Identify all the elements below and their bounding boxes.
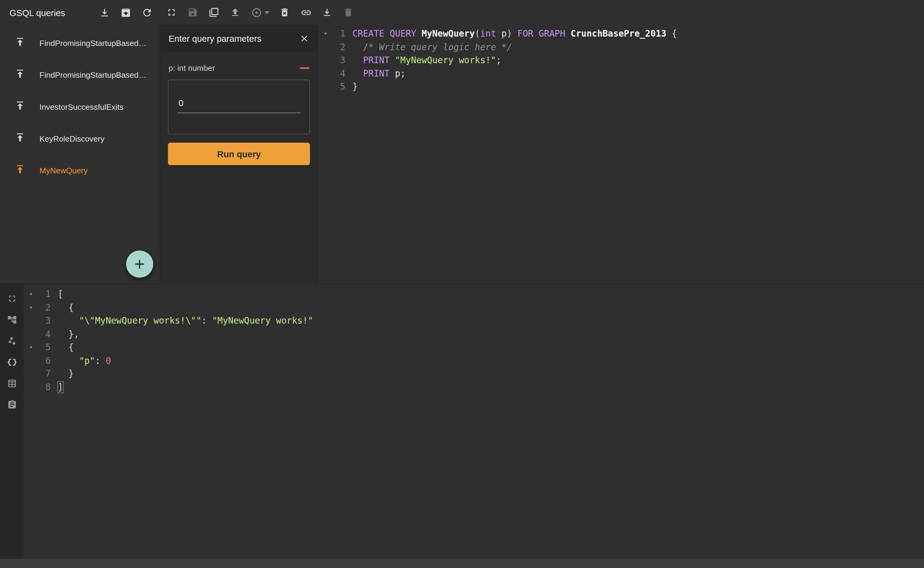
editor-toolbar (160, 0, 924, 25)
param-row: p: int number (169, 63, 309, 72)
line-number: 2 (333, 41, 345, 54)
link-icon (300, 7, 311, 18)
fold-arrow-icon[interactable]: ▾ (24, 341, 38, 354)
fold-arrow-icon[interactable]: ▾ (24, 288, 38, 301)
install-query-icon (15, 68, 26, 82)
cluster-view-icon (7, 336, 17, 346)
code-line: ▾5 { (24, 341, 924, 354)
code-text: /* Write query logic here */ (345, 41, 512, 54)
save-icon (187, 7, 198, 18)
install-query-button[interactable] (225, 2, 246, 23)
line-number: 2 (38, 301, 51, 314)
share-link-button[interactable] (295, 2, 316, 23)
download-all-button[interactable] (99, 7, 110, 18)
line-number: 7 (38, 367, 51, 381)
fold-arrow-icon[interactable]: ▾ (24, 301, 38, 314)
save-button[interactable] (182, 2, 203, 23)
query-list-item[interactable]: FindPromisingStartupBased… (0, 27, 160, 59)
code-line: 6 "p": 0 (24, 354, 924, 367)
close-params-button[interactable] (299, 33, 309, 43)
install-query-icon (15, 132, 26, 145)
remove-param-icon[interactable] (300, 67, 309, 69)
line-number: 5 (38, 341, 51, 354)
fullscreen-icon (166, 7, 177, 18)
refresh-icon (142, 7, 153, 18)
fold-arrow-icon (24, 367, 38, 381)
query-sidebar: GSQL queries FindPromisingStartupBased… (0, 0, 160, 283)
log-view-button[interactable] (1, 394, 23, 415)
line-number: 5 (333, 80, 345, 94)
code-line: ▾2 { (24, 301, 924, 314)
table-view-icon (7, 378, 17, 388)
gsql-query-page: GSQL queries FindPromisingStartupBased… (0, 0, 924, 568)
json-view-icon (7, 357, 17, 367)
cluster-view-button[interactable] (1, 330, 23, 351)
line-number: 6 (38, 354, 51, 367)
graph-view-button[interactable] (1, 309, 23, 330)
code-text: [ (51, 288, 63, 301)
code-line: 4 PRINT p; (318, 67, 924, 80)
fold-arrow-icon (318, 80, 333, 94)
param-value-input[interactable] (178, 95, 300, 113)
code-line: 3 PRINT "MyNewQuery works!"; (318, 54, 924, 67)
fold-arrow-icon (24, 314, 38, 328)
json-view-button[interactable] (1, 352, 23, 373)
sidebar-title: GSQL queries (9, 7, 99, 17)
table-view-button[interactable] (1, 373, 23, 394)
install-query-icon (15, 36, 26, 50)
fold-arrow-icon (318, 54, 333, 67)
query-list: FindPromisingStartupBased… FindPromising… (0, 25, 160, 186)
query-results-json-viewer[interactable]: ▾1[▾2 {3 "\"MyNewQuery works!\"": "MyNew… (24, 283, 924, 559)
fold-arrow-icon (24, 328, 38, 341)
expand-results-button[interactable] (1, 288, 23, 309)
code-text: CREATE QUERY MyNewQuery(int p) FOR GRAPH… (345, 27, 677, 41)
download-icon (99, 7, 110, 18)
query-list-item[interactable]: FindPromisingStartupBased… (0, 59, 160, 91)
code-text: "\"MyNewQuery works!\"": "MyNewQuery wor… (51, 314, 313, 328)
delete-forever-icon (279, 7, 290, 18)
fullscreen-button[interactable] (161, 2, 182, 23)
delete-button[interactable] (338, 2, 359, 23)
save-all-icon (209, 7, 219, 18)
save-all-button[interactable] (203, 2, 225, 23)
download-icon (322, 7, 332, 18)
query-name: MyNewQuery (39, 166, 88, 175)
code-text: } (345, 80, 358, 94)
code-text: { (51, 301, 74, 314)
install-query-icon (15, 164, 26, 177)
delete-query-results-button[interactable] (274, 2, 295, 23)
query-list-item-selected[interactable]: MyNewQuery (0, 154, 160, 186)
line-number: 4 (38, 328, 51, 341)
sidebar-header: GSQL queries (0, 0, 160, 25)
query-list-item[interactable]: KeyRoleDiscovery (0, 122, 160, 154)
query-name: FindPromisingStartupBased… (39, 71, 147, 79)
query-parameters-panel: Enter query parameters p: int number Run… (160, 25, 318, 284)
code-line: 2 /* Write query logic here */ (318, 41, 924, 54)
install-all-button[interactable] (121, 7, 131, 18)
bottom-scrollbar-track[interactable] (0, 559, 924, 568)
code-text: ] (51, 381, 63, 394)
upload-icon (230, 7, 240, 18)
params-panel-title: Enter query parameters (169, 33, 261, 43)
result-view-switcher (0, 283, 24, 559)
trash-icon (343, 7, 353, 18)
line-number: 4 (333, 67, 345, 80)
param-label: p: int number (169, 63, 215, 72)
run-query-submit-button[interactable]: Run query (168, 143, 310, 165)
refresh-button[interactable] (142, 7, 153, 18)
fold-arrow-icon (318, 67, 333, 80)
code-text: }, (51, 328, 79, 341)
download-results-button[interactable] (317, 2, 338, 23)
code-text: PRINT "MyNewQuery works!"; (345, 54, 501, 67)
run-dropdown-caret[interactable] (265, 11, 270, 14)
code-line: ▾1CREATE QUERY MyNewQuery(int p) FOR GRA… (318, 27, 924, 41)
gsql-code-editor[interactable]: ▾1CREATE QUERY MyNewQuery(int p) FOR GRA… (318, 25, 924, 284)
code-line: 5} (318, 80, 924, 94)
fold-arrow-icon[interactable]: ▾ (318, 27, 333, 41)
line-number: 1 (38, 288, 51, 301)
add-query-button[interactable]: + (126, 251, 153, 278)
query-list-item[interactable]: InvestorSuccessfulExits (0, 91, 160, 122)
code-line: 4 }, (24, 328, 924, 341)
run-query-button[interactable] (246, 2, 267, 23)
params-panel-header: Enter query parameters (160, 25, 318, 52)
